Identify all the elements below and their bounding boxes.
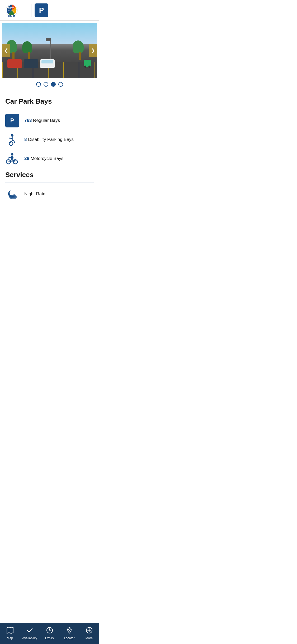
car-park-bays-title: Car Park Bays xyxy=(5,97,94,105)
car-white xyxy=(40,59,55,68)
moon-cloud-icon xyxy=(5,187,19,201)
carousel-dot-4[interactable] xyxy=(58,82,63,87)
regular-bays-label: Regular Bays xyxy=(33,118,60,123)
motorcycle-bays-label: Motorcycle Bays xyxy=(31,156,64,161)
bays-divider xyxy=(5,109,94,109)
svg-text:City of Light: City of Light xyxy=(8,10,15,12)
tree-decoration xyxy=(76,40,84,60)
tree-decoration xyxy=(26,41,32,60)
regular-bays-text: 763 Regular Bays xyxy=(24,118,60,123)
disability-bays-label: Disability Parking Bays xyxy=(28,137,74,142)
svg-text:PERTH: PERTH xyxy=(8,7,15,9)
tree-decoration xyxy=(10,40,17,60)
disability-bays-count: 8 xyxy=(24,137,27,142)
carousel-dot-3[interactable] xyxy=(51,82,56,87)
services-divider xyxy=(5,182,94,182)
regular-bays-count: 763 xyxy=(24,118,32,123)
motorcycle-icon xyxy=(5,152,19,165)
disability-bays-item: 8 Disability Parking Bays xyxy=(5,133,94,146)
svg-point-23 xyxy=(12,194,16,198)
motorcycle-vehicle xyxy=(84,60,91,67)
services-title: Services xyxy=(5,171,94,179)
carousel-dot-1[interactable] xyxy=(36,82,41,87)
disability-bays-icon xyxy=(5,133,19,146)
svg-line-10 xyxy=(14,141,15,143)
night-rate-icon xyxy=(5,187,19,201)
motorcycle-bays-item: 28 Motorcycle Bays xyxy=(5,152,94,165)
motorcycle-bays-icon xyxy=(5,152,19,165)
main-content: Car Park Bays P 763 Regular Bays xyxy=(0,89,99,227)
image-carousel: ❮ ❯ xyxy=(2,23,97,78)
carousel-prev-button[interactable]: ❮ xyxy=(2,44,10,57)
city-of-perth-logo: CITY OF PERTH City of Light xyxy=(4,3,28,17)
app-header: CITY OF PERTH City of Light P xyxy=(0,0,99,21)
disability-bays-text: 8 Disability Parking Bays xyxy=(24,137,74,142)
city-logo-group: CITY OF PERTH City of Light P xyxy=(4,3,48,17)
carousel-next-button[interactable]: ❯ xyxy=(89,44,97,57)
car-red xyxy=(7,59,22,68)
disability-icon xyxy=(5,133,19,146)
regular-bays-icon: P xyxy=(5,114,19,127)
parking-p-icon: P xyxy=(5,114,19,127)
carousel-indicators xyxy=(0,78,99,89)
motorcycle-bays-count: 28 xyxy=(24,156,29,161)
car-dark xyxy=(24,59,38,68)
night-rate-item: Night Rate xyxy=(5,187,94,201)
svg-point-11 xyxy=(11,153,13,156)
night-rate-text: Night Rate xyxy=(24,191,45,197)
svg-text:CITY OF: CITY OF xyxy=(8,15,15,17)
header-divider xyxy=(31,4,31,17)
motorcycle-bays-text: 28 Motorcycle Bays xyxy=(24,156,63,161)
svg-line-6 xyxy=(9,138,12,139)
regular-bays-item: P 763 Regular Bays xyxy=(5,114,94,127)
carousel-dot-2[interactable] xyxy=(44,82,48,87)
lamp-head xyxy=(46,38,51,41)
svg-point-22 xyxy=(9,195,13,199)
parking-badge-header: P xyxy=(35,3,48,17)
carousel-image xyxy=(2,23,97,78)
svg-point-12 xyxy=(11,156,13,159)
